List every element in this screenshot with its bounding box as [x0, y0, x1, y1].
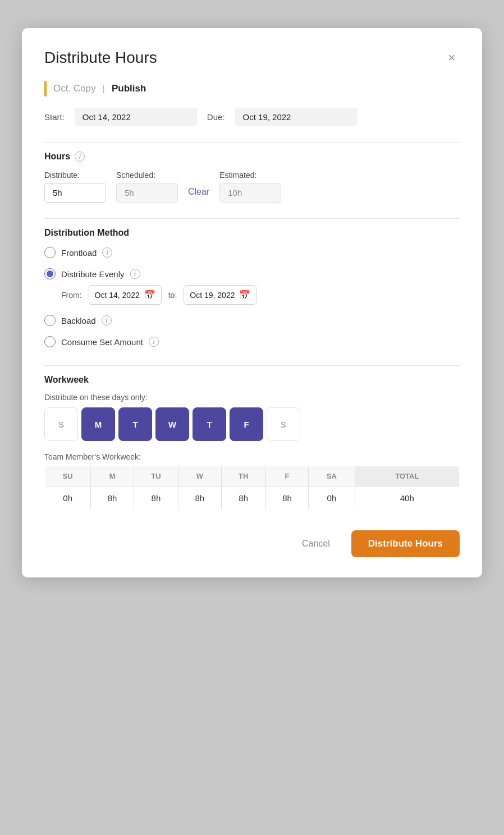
workweek-header-su: SU	[45, 466, 91, 487]
breadcrumb-publish: Publish	[112, 83, 146, 94]
workweek-value-5: 8h	[265, 487, 308, 510]
backload-option: Backload i	[44, 315, 460, 326]
from-date-picker[interactable]: Oct 14, 2022 📅	[89, 285, 162, 305]
backload-info-icon[interactable]: i	[102, 315, 112, 325]
start-label: Start:	[44, 112, 65, 122]
hours-info-icon[interactable]: i	[75, 152, 85, 162]
frontload-option: Frontload i	[44, 247, 460, 258]
to-calendar-icon: 📅	[239, 290, 250, 300]
scheduled-input	[116, 183, 178, 203]
hours-label: Hours	[44, 152, 70, 162]
team-workweek-label: Team Member's Workweek:	[44, 452, 460, 461]
workweek-header-th: TH	[221, 466, 265, 487]
distribute-hours-button[interactable]: Distribute Hours	[351, 530, 460, 557]
distribute-input[interactable]	[44, 183, 106, 203]
modal-title: Distribute Hours	[44, 49, 157, 67]
divider-hours	[44, 142, 460, 143]
frontload-label[interactable]: Frontload	[61, 248, 97, 258]
days-only-label: Distribute on these days only:	[44, 393, 460, 402]
workweek-header-sa: SA	[309, 466, 355, 487]
footer-row: Cancel Distribute Hours	[44, 530, 460, 557]
workweek-section: Workweek Distribute on these days only: …	[44, 365, 460, 510]
workweek-table-body: 0h8h8h8h8h8h0h40h	[45, 487, 460, 510]
workweek-value-4: 8h	[221, 487, 265, 510]
modal-backdrop: Distribute Hours × Oct. Copy | Publish S…	[11, 11, 493, 835]
divider-workweek	[44, 365, 460, 366]
breadcrumb: Oct. Copy | Publish	[44, 81, 460, 97]
divider-method	[44, 218, 460, 219]
from-date-value: Oct 14, 2022	[95, 291, 140, 300]
modal-dialog: Distribute Hours × Oct. Copy | Publish S…	[22, 28, 482, 577]
distribution-method-section: Distribution Method Frontload i Distribu…	[44, 218, 460, 347]
day-button-1[interactable]: M	[81, 407, 115, 441]
hours-section-header: Hours i	[44, 152, 460, 162]
distribution-method-title: Distribution Method	[44, 228, 460, 238]
distribute-evenly-label[interactable]: Distribute Evenly	[61, 269, 125, 279]
workweek-value-3: 8h	[178, 487, 221, 510]
breadcrumb-separator: |	[103, 83, 105, 94]
day-button-3[interactable]: W	[155, 407, 189, 441]
to-label: to:	[168, 291, 177, 300]
consume-set-amount-info-icon[interactable]: i	[149, 337, 159, 347]
workweek-value-7: 40h	[355, 487, 459, 510]
clear-button[interactable]: Clear	[188, 182, 209, 201]
distribute-col: Distribute:	[44, 171, 106, 203]
scheduled-col: Scheduled:	[116, 171, 178, 203]
frontload-radio[interactable]	[44, 247, 56, 258]
workweek-header-tu: TU	[134, 466, 178, 487]
due-date-field[interactable]	[235, 108, 358, 126]
cancel-button[interactable]: Cancel	[291, 532, 341, 556]
workweek-header-f: F	[265, 466, 308, 487]
distribute-label: Distribute:	[44, 171, 106, 180]
workweek-data-row: 0h8h8h8h8h8h0h40h	[45, 487, 460, 510]
scheduled-label: Scheduled:	[116, 171, 178, 180]
from-calendar-icon: 📅	[144, 290, 155, 300]
day-button-6[interactable]: S	[267, 407, 300, 441]
start-date-field[interactable]	[75, 108, 197, 126]
days-row: SMTWTFS	[44, 407, 460, 441]
consume-set-amount-radio[interactable]	[44, 336, 56, 347]
day-button-4[interactable]: T	[193, 407, 226, 441]
workweek-header-w: W	[178, 466, 221, 487]
from-to-row: From: Oct 14, 2022 📅 to: Oct 19, 2022 📅	[61, 285, 460, 305]
consume-set-amount-label[interactable]: Consume Set Amount	[61, 337, 143, 347]
day-button-5[interactable]: F	[230, 407, 263, 441]
distribute-evenly-info-icon[interactable]: i	[130, 269, 140, 279]
workweek-value-0: 0h	[45, 487, 91, 510]
day-button-2[interactable]: T	[118, 407, 152, 441]
close-button[interactable]: ×	[443, 48, 460, 67]
workweek-header-total: TOTAL	[355, 466, 459, 487]
due-label: Due:	[207, 112, 225, 122]
backload-label[interactable]: Backload	[61, 316, 96, 325]
from-label: From:	[61, 291, 82, 300]
yellow-bar-icon	[44, 81, 47, 97]
workweek-value-6: 0h	[309, 487, 355, 510]
estimated-input	[219, 183, 281, 203]
modal-header: Distribute Hours ×	[44, 48, 460, 67]
estimated-col: Estimated:	[219, 171, 281, 203]
workweek-value-2: 8h	[134, 487, 178, 510]
day-button-0[interactable]: S	[44, 407, 78, 441]
workweek-value-1: 8h	[91, 487, 134, 510]
method-options: Frontload i Distribute Evenly i From: Oc…	[44, 247, 460, 347]
breadcrumb-copy: Oct. Copy	[53, 83, 96, 94]
distribute-evenly-option: Distribute Evenly i	[44, 268, 460, 279]
hours-row: Distribute: Scheduled: Clear Estimated:	[44, 171, 460, 203]
backload-radio[interactable]	[44, 315, 56, 326]
workweek-header-m: M	[91, 466, 134, 487]
workweek-title: Workweek	[44, 375, 460, 385]
consume-set-amount-option: Consume Set Amount i	[44, 336, 460, 347]
workweek-table: SUMTUWTHFSATOTAL 0h8h8h8h8h8h0h40h	[44, 466, 460, 510]
workweek-header-row: SUMTUWTHFSATOTAL	[45, 466, 460, 487]
frontload-info-icon[interactable]: i	[102, 247, 112, 258]
date-row: Start: Due:	[44, 108, 460, 126]
distribute-evenly-radio[interactable]	[44, 268, 56, 279]
to-date-picker[interactable]: Oct 19, 2022 📅	[184, 285, 256, 305]
estimated-label: Estimated:	[219, 171, 281, 180]
to-date-value: Oct 19, 2022	[190, 291, 235, 300]
workweek-table-head: SUMTUWTHFSATOTAL	[45, 466, 460, 487]
